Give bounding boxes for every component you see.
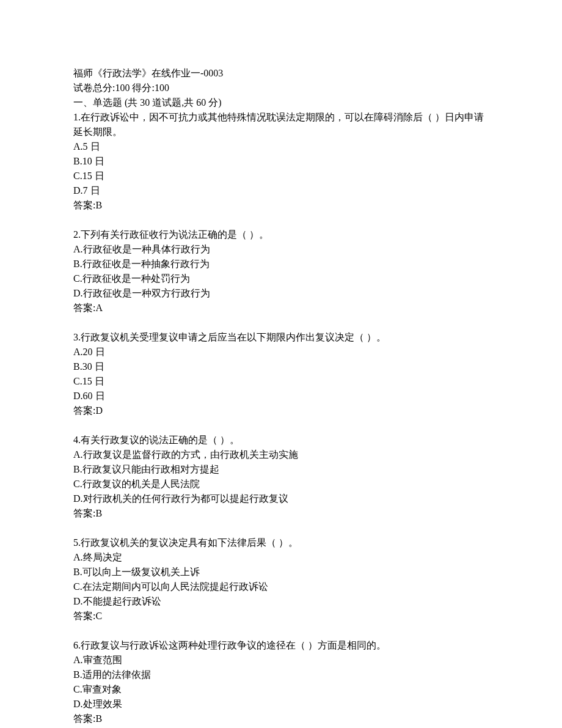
question-stem: 1.在行政诉讼中，因不可抗力或其他特殊情况耽误法定期限的，可以在障碍消除后（ ）… — [73, 110, 489, 139]
question-option: A.5 日 — [73, 139, 489, 154]
question-option: A.终局决定 — [73, 550, 489, 565]
question-option: B.30 日 — [73, 359, 489, 374]
question-answer: 答案:C — [73, 609, 489, 623]
question-answer: 答案:B — [73, 506, 489, 521]
section-title: 一、单选题 (共 30 道试题,共 60 分) — [73, 95, 489, 110]
question-stem: 3.行政复议机关受理复议申请之后应当在以下期限内作出复议决定（ ）。 — [73, 330, 489, 345]
question-option: C.行政征收是一种处罚行为 — [73, 271, 489, 286]
question-option: A.行政征收是一种具体行政行为 — [73, 242, 489, 257]
question-option: D.60 日 — [73, 389, 489, 403]
question-option: A.审查范围 — [73, 653, 489, 667]
question-1: 1.在行政诉讼中，因不可抗力或其他特殊情况耽误法定期限的，可以在障碍消除后（ ）… — [73, 110, 489, 213]
question-option: B.10 日 — [73, 154, 489, 169]
question-option: B.可以向上一级复议机关上诉 — [73, 565, 489, 579]
question-option: D.不能提起行政诉讼 — [73, 594, 489, 609]
question-option: B.行政复议只能由行政相对方提起 — [73, 462, 489, 477]
question-option: B.行政征收是一种抽象行政行为 — [73, 257, 489, 271]
score-line: 试卷总分:100 得分:100 — [73, 81, 489, 95]
question-option: C.在法定期间内可以向人民法院提起行政诉讼 — [73, 579, 489, 594]
question-option: D.7 日 — [73, 183, 489, 198]
question-option: C.15 日 — [73, 374, 489, 389]
question-answer: 答案:A — [73, 301, 489, 315]
question-option: B.适用的法律依据 — [73, 667, 489, 682]
question-answer: 答案:B — [73, 198, 489, 213]
document-title: 福师《行政法学》在线作业一-0003 — [73, 66, 489, 81]
question-stem: 5.行政复议机关的复议决定具有如下法律后果（ ）。 — [73, 535, 489, 550]
question-option: D.行政征收是一种双方行政行为 — [73, 286, 489, 301]
question-4: 4.有关行政复议的说法正确的是（ ）。 A.行政复议是监督行政的方式，由行政机关… — [73, 433, 489, 521]
question-option: D.对行政机关的任何行政行为都可以提起行政复议 — [73, 491, 489, 506]
question-answer: 答案:D — [73, 403, 489, 418]
question-stem: 2.下列有关行政征收行为说法正确的是（ ）。 — [73, 227, 489, 242]
question-option: C.审查对象 — [73, 682, 489, 697]
question-option: A.20 日 — [73, 345, 489, 359]
question-6: 6.行政复议与行政诉讼这两种处理行政争议的途径在（ ）方面是相同的。 A.审查范… — [73, 638, 489, 726]
question-2: 2.下列有关行政征收行为说法正确的是（ ）。 A.行政征收是一种具体行政行为 B… — [73, 227, 489, 315]
question-option: C.行政复议的机关是人民法院 — [73, 477, 489, 491]
question-option: A.行政复议是监督行政的方式，由行政机关主动实施 — [73, 447, 489, 462]
document-header: 福师《行政法学》在线作业一-0003 试卷总分:100 得分:100 一、单选题… — [73, 66, 489, 110]
question-5: 5.行政复议机关的复议决定具有如下法律后果（ ）。 A.终局决定 B.可以向上一… — [73, 535, 489, 623]
question-option: C.15 日 — [73, 169, 489, 183]
question-answer: 答案:B — [73, 711, 489, 726]
question-option: D.处理效果 — [73, 697, 489, 711]
question-stem: 6.行政复议与行政诉讼这两种处理行政争议的途径在（ ）方面是相同的。 — [73, 638, 489, 653]
question-3: 3.行政复议机关受理复议申请之后应当在以下期限内作出复议决定（ ）。 A.20 … — [73, 330, 489, 418]
question-stem: 4.有关行政复议的说法正确的是（ ）。 — [73, 433, 489, 447]
